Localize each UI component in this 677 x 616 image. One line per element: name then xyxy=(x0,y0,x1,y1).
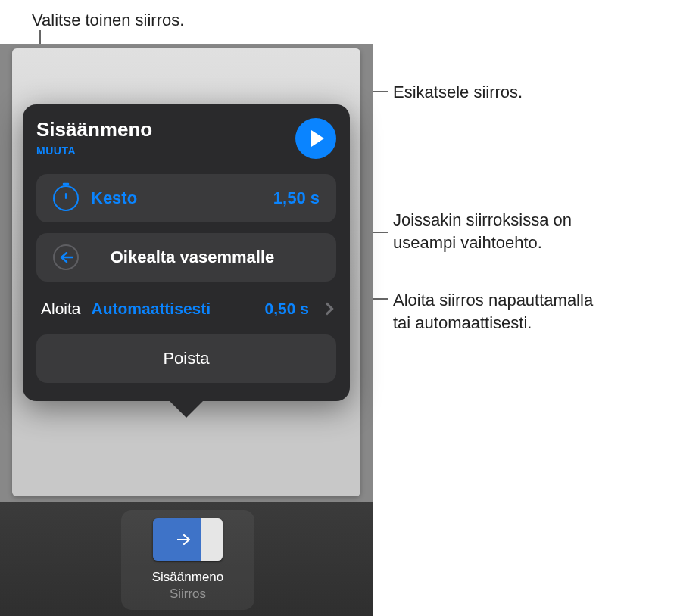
play-icon xyxy=(311,130,324,147)
transition-chip-title: Sisäänmeno xyxy=(152,570,224,585)
direction-label: Oikealta vasemmalle xyxy=(91,247,294,267)
start-control[interactable]: Aloita Automaattisesti 0,50 s xyxy=(36,292,336,324)
duration-value: 1,50 s xyxy=(273,188,320,208)
popover-body: Kesto 1,50 s Oikealta vasemmalle Aloita … xyxy=(36,174,336,383)
bottom-toolbar: Sisäänmeno Siirros xyxy=(0,502,373,616)
start-type-value: Automaattisesti xyxy=(92,300,257,318)
arrow-left-icon xyxy=(53,244,79,270)
callout-start: Aloita siirros napauttamalla tai automaa… xyxy=(393,289,593,334)
change-transition-button[interactable]: MUUTA xyxy=(36,145,152,157)
preview-button[interactable] xyxy=(295,118,336,159)
popover-header: Sisäänmeno MUUTA xyxy=(36,118,336,159)
transition-popover: Sisäänmeno MUUTA Kesto 1,50 s xyxy=(23,104,350,401)
duration-label: Kesto xyxy=(91,188,273,208)
transition-chip-subtitle: Siirros xyxy=(170,586,206,602)
app-viewport: Sisäänmeno Siirros Sisäänmeno MUUTA xyxy=(0,44,373,616)
popover-title: Sisäänmeno xyxy=(36,118,152,142)
delete-button[interactable]: Poista xyxy=(36,334,336,383)
transition-thumbnail xyxy=(153,518,223,561)
direction-control[interactable]: Oikealta vasemmalle xyxy=(36,233,336,282)
transition-chip[interactable]: Sisäänmeno Siirros xyxy=(121,510,254,610)
callout-change: Valitse toinen siirros. xyxy=(32,9,184,32)
start-label: Aloita xyxy=(41,300,81,318)
arrow-right-icon xyxy=(177,534,192,545)
callout-preview: Esikatsele siirros. xyxy=(393,81,523,104)
stopwatch-icon xyxy=(53,185,79,211)
callout-options: Joissakin siirroksissa on useampi vaihto… xyxy=(393,209,572,254)
popover-title-group: Sisäänmeno MUUTA xyxy=(36,118,152,157)
start-delay-value: 0,50 s xyxy=(265,300,309,318)
chevron-right-icon xyxy=(321,303,334,316)
duration-control[interactable]: Kesto 1,50 s xyxy=(36,174,336,222)
